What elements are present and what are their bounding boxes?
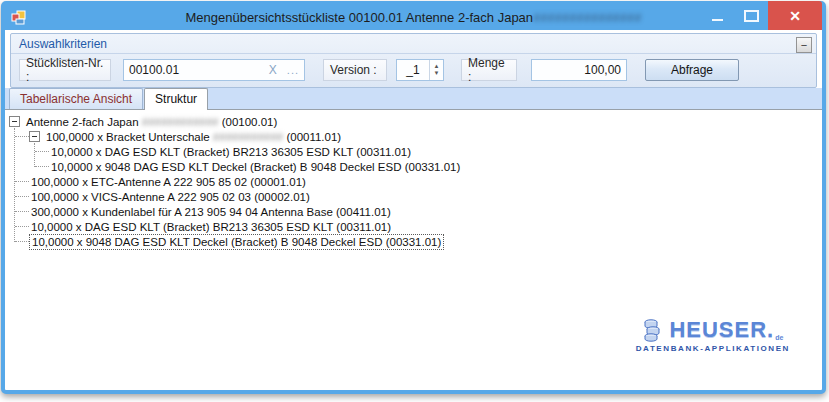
client-area: Auswahlkriterien − Stücklisten-Nr. : 001… (5, 30, 822, 386)
database-stack-icon (642, 318, 666, 342)
stepper-arrows[interactable]: ▲▼ (429, 60, 443, 80)
tree-connector (15, 211, 29, 212)
screen: Mengenübersichtsstückliste 00100.01 Ante… (0, 0, 829, 402)
tree-node[interactable]: 10,0000 x DAG ESD KLT (Bracket) BR213 36… (5, 144, 822, 159)
window-controls: ✕ (700, 1, 822, 30)
heuser-logo: HEUSER. de DATENBANK-APPLIKATIONEN (636, 318, 790, 353)
tree-node-label: Antenne 2-fach Japan ############ (00100… (24, 115, 279, 129)
tree-connector (15, 241, 29, 242)
tree-node[interactable]: 100,0000 x Bracket Unterschale #########… (5, 129, 822, 144)
minimize-icon (712, 19, 723, 21)
abfrage-button[interactable]: Abfrage (645, 59, 739, 81)
collapse-minus-icon: − (801, 40, 807, 50)
struktur-tab-page: Antenne 2-fach Japan ############ (00100… (5, 109, 822, 386)
redacted-text: ############### (533, 10, 641, 25)
tree-connector-line (14, 128, 15, 242)
tree-node[interactable]: Antenne 2-fach Japan ############ (00100… (5, 114, 822, 129)
tree-node[interactable]: 100,0000 x ETC-Antenne A 222 905 85 02 (… (5, 174, 822, 189)
stuecklisten-nr-value: 00100.01 (129, 63, 269, 77)
close-icon: ✕ (789, 8, 801, 24)
stuecklisten-nr-label: Stücklisten-Nr. : (19, 59, 111, 81)
tree-node-label: 10,0000 x DAG ESD KLT (Bracket) BR213 36… (49, 145, 413, 159)
version-value: _1 (397, 63, 429, 77)
logo-suffix: de (775, 334, 783, 342)
panel-collapse-button[interactable]: − (796, 37, 812, 53)
redacted-text: ############ (142, 116, 219, 128)
tree-connector (15, 181, 29, 182)
panel-separator (11, 53, 816, 54)
version-label: Version : (323, 59, 387, 81)
tree-connector (35, 151, 49, 152)
tab-struktur[interactable]: Struktur (144, 88, 208, 110)
tree-connector (15, 226, 29, 227)
tree-node[interactable]: 100,0000 x VICS-Antenne A 222 905 02 03 … (5, 189, 822, 204)
tree-node-label: 100,0000 x Bracket Unterschale #########… (44, 130, 343, 144)
spin-up-icon[interactable]: ▲ (434, 63, 440, 70)
titlebar[interactable]: Mengenübersichtsstückliste 00100.01 Ante… (5, 5, 822, 30)
close-button[interactable]: ✕ (768, 1, 822, 30)
maximize-icon (744, 10, 759, 22)
logo-wordmark: HEUSER. (669, 319, 774, 341)
menge-value: 100,00 (537, 63, 621, 77)
criteria-panel-title: Auswahlkriterien (19, 37, 107, 51)
tree-node-label: 10,0000 x 9048 DAG ESD KLT Deckel (Brack… (29, 234, 444, 250)
tree-collapse-minus-icon[interactable] (9, 116, 20, 127)
criteria-panel: Auswahlkriterien − Stücklisten-Nr. : 001… (10, 33, 817, 88)
version-stepper[interactable]: _1 ▲▼ (396, 59, 444, 81)
tree-connector (35, 166, 49, 167)
tree-node-label: 100,0000 x VICS-Antenne A 222 905 02 03 … (29, 190, 312, 204)
stuecklisten-nr-input[interactable]: 00100.01 X ... (123, 59, 305, 81)
browse-ellipsis-icon[interactable]: ... (287, 64, 299, 76)
tree-node[interactable]: 10,0000 x 9048 DAG ESD KLT Deckel (Brack… (5, 159, 822, 174)
clear-icon[interactable]: X (269, 63, 277, 77)
logo-tagline: DATENBANK-APPLIKATIONEN (636, 344, 790, 353)
minimize-button[interactable] (700, 1, 734, 30)
menge-label: Menge : (461, 59, 517, 81)
tree-node[interactable]: 300,0000 x Kundenlabel für A 213 905 94 … (5, 204, 822, 219)
tree-node-label: 100,0000 x ETC-Antenne A 222 905 85 02 (… (29, 175, 308, 189)
redacted-text: ########### (213, 131, 283, 143)
tree-node[interactable]: 10,0000 x DAG ESD KLT (Bracket) BR213 36… (5, 219, 822, 234)
tree-node[interactable]: 10,0000 x 9048 DAG ESD KLT Deckel (Brack… (5, 234, 822, 249)
tree-connector (15, 136, 29, 137)
tree-node-label: 300,0000 x Kundenlabel für A 213 905 94 … (29, 205, 393, 219)
spin-down-icon[interactable]: ▼ (434, 70, 440, 77)
tree-collapse-minus-icon[interactable] (29, 131, 40, 142)
app-window: Mengenübersichtsstückliste 00100.01 Ante… (1, 1, 826, 394)
tree-connector-line (34, 143, 35, 167)
tree-node-label: 10,0000 x DAG ESD KLT (Bracket) BR213 36… (29, 220, 393, 234)
tab-strip: Tabellarische Ansicht Struktur (5, 88, 822, 109)
tab-tabellarische-ansicht[interactable]: Tabellarische Ansicht (9, 88, 143, 109)
tree-connector (15, 196, 29, 197)
tree-node-label: 10,0000 x 9048 DAG ESD KLT Deckel (Brack… (49, 160, 462, 174)
menge-input[interactable]: 100,00 (531, 59, 627, 81)
maximize-button[interactable] (734, 1, 768, 30)
